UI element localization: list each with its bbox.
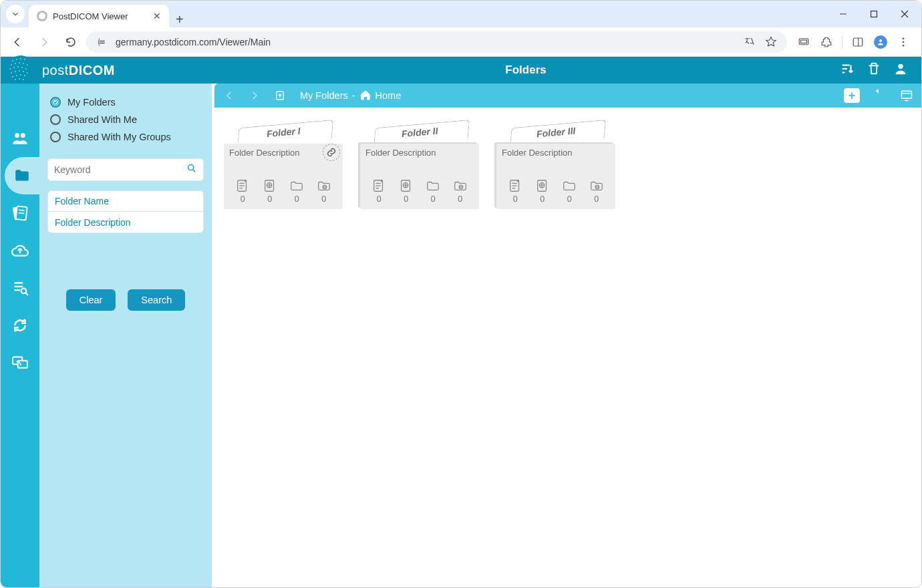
extensions-icon[interactable] xyxy=(816,32,836,52)
user-icon[interactable] xyxy=(893,61,908,79)
filter-fields: Folder Name Folder Description xyxy=(47,190,204,233)
browser-tabs: PostDICOM Viewer ✕ + xyxy=(1,1,184,27)
app-header: postDICOM Folders xyxy=(1,57,921,84)
radio-shared-with-me[interactable]: Shared With Me xyxy=(50,114,201,125)
svg-point-40 xyxy=(898,64,903,69)
maximize-button[interactable] xyxy=(859,1,889,27)
svg-point-15 xyxy=(16,59,17,60)
folder-count: 0 xyxy=(426,178,440,204)
brand[interactable]: postDICOM xyxy=(1,55,212,85)
radio-shared-groups[interactable]: Shared With My Groups xyxy=(50,132,201,142)
url-field[interactable]: germany.postdicom.com/Viewer/Main xyxy=(86,31,787,53)
svg-point-27 xyxy=(25,68,27,69)
svg-point-41 xyxy=(15,133,19,138)
radio-icon xyxy=(50,114,61,125)
svg-point-29 xyxy=(15,71,16,72)
sort-icon[interactable] xyxy=(840,61,855,79)
close-tab-icon[interactable]: ✕ xyxy=(153,11,161,21)
nav-rail xyxy=(1,84,39,588)
browser-tab[interactable]: PostDICOM Viewer ✕ xyxy=(29,5,169,27)
radio-checked-icon xyxy=(50,97,61,108)
brand-bold: DICOM xyxy=(69,63,115,78)
svg-line-48 xyxy=(26,293,28,295)
header-actions xyxy=(840,61,921,79)
svg-point-25 xyxy=(17,66,19,67)
folder-count: 0 xyxy=(263,178,277,204)
rail-search-list[interactable] xyxy=(1,269,39,307)
clear-button[interactable]: Clear xyxy=(66,289,116,311)
svg-point-47 xyxy=(21,289,27,294)
svg-point-10 xyxy=(903,41,905,43)
reload-button[interactable] xyxy=(59,31,82,53)
browser-extensions xyxy=(791,32,916,52)
search-button[interactable]: Search xyxy=(128,289,185,311)
folder-card[interactable]: Folder I Folder Description 0000 xyxy=(224,121,343,209)
folder-body: Folder Description 0000 xyxy=(224,144,343,209)
new-folder-button[interactable]: + xyxy=(844,88,860,103)
field-label: Folder Name xyxy=(55,196,109,206)
page-title: Folders xyxy=(212,63,840,77)
tab-list-button[interactable] xyxy=(6,5,25,23)
folder-count: 0 xyxy=(289,178,304,204)
folder-body: Folder Description 0000 xyxy=(360,144,479,209)
folder-card[interactable]: Folder III Folder Description 0000 xyxy=(496,121,615,209)
folder-card[interactable]: Folder II Folder Description 0000 xyxy=(360,121,479,209)
new-tab-button[interactable]: + xyxy=(176,12,184,27)
site-settings-icon[interactable] xyxy=(94,34,110,50)
folder-count: 0 xyxy=(508,178,522,204)
translate-icon[interactable] xyxy=(742,34,758,50)
rail-upload[interactable] xyxy=(1,232,39,269)
folder-desc-field[interactable]: Folder Description xyxy=(47,212,204,233)
sidepanel-icon[interactable] xyxy=(848,32,868,52)
svg-point-52 xyxy=(188,165,194,170)
svg-point-21 xyxy=(23,63,24,64)
svg-point-31 xyxy=(23,71,24,72)
keyword-search[interactable] xyxy=(47,158,204,181)
svg-point-17 xyxy=(24,59,25,60)
crumb-root[interactable]: My Folders xyxy=(300,90,348,101)
keyword-input[interactable] xyxy=(54,164,182,175)
svg-rect-1 xyxy=(871,11,877,17)
folder-count: 0 xyxy=(562,178,577,204)
rail-worklist[interactable] xyxy=(1,194,39,232)
profile-icon[interactable] xyxy=(871,32,891,52)
back-button[interactable] xyxy=(6,31,29,53)
svg-point-9 xyxy=(903,37,905,39)
folder-counts: 0000 xyxy=(502,178,610,205)
svg-rect-13 xyxy=(6,55,35,85)
rail-patients[interactable] xyxy=(1,120,39,157)
folder-count: 0 xyxy=(317,178,331,204)
nav-up[interactable] xyxy=(271,86,289,105)
minimize-button[interactable] xyxy=(828,1,859,27)
folder-counts: 0000 xyxy=(365,178,474,205)
menu-icon[interactable] xyxy=(893,32,913,52)
nav-forward[interactable] xyxy=(245,86,264,105)
rail-sync[interactable] xyxy=(1,307,39,344)
svg-rect-6 xyxy=(853,38,863,46)
app-root: postDICOM Folders xyxy=(1,57,921,588)
window-controls xyxy=(828,1,920,27)
crumb-home[interactable]: Home xyxy=(375,90,402,101)
forward-button[interactable] xyxy=(33,31,55,53)
rail-folders[interactable] xyxy=(5,157,39,194)
browser-titlebar: PostDICOM Viewer ✕ + xyxy=(1,1,921,27)
rail-monitors[interactable] xyxy=(1,344,39,382)
close-window-button[interactable] xyxy=(889,1,920,27)
search-icon[interactable] xyxy=(186,163,197,176)
radio-label: My Folders xyxy=(67,97,116,108)
nav-back[interactable] xyxy=(220,86,239,105)
main-area: My Folders - Home + Folder I xyxy=(212,84,921,588)
folder-count: 0 xyxy=(371,178,386,204)
radio-my-folders[interactable]: My Folders xyxy=(50,97,201,108)
trash-icon[interactable] xyxy=(867,61,881,79)
svg-point-51 xyxy=(53,100,59,106)
folder-name-field[interactable]: Folder Name xyxy=(47,190,204,212)
folder-counts: 0000 xyxy=(229,178,337,205)
home-icon xyxy=(359,89,371,103)
refresh-button[interactable] xyxy=(869,86,888,105)
svg-point-33 xyxy=(12,76,13,78)
cast-icon[interactable] xyxy=(794,32,814,52)
view-mode-button[interactable] xyxy=(897,86,916,105)
url-text: germany.postdicom.com/Viewer/Main xyxy=(116,37,736,47)
bookmark-icon[interactable] xyxy=(763,34,779,50)
